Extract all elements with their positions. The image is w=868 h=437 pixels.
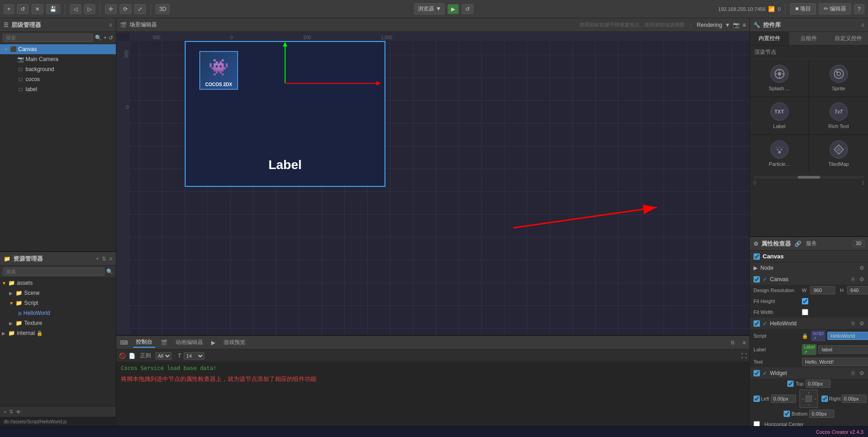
tab-cloud[interactable]: 云组件 [789,32,828,45]
refresh-button[interactable]: ↺ [17,4,29,14]
tab-preview[interactable]: 游戏预览 [221,338,248,347]
components-menu-icon[interactable]: ≡ [861,22,864,28]
service-tab[interactable]: 🔗 [795,241,801,247]
menu-icon[interactable]: ≡ [743,22,746,28]
hierarchy-menu-icon[interactable]: ≡ [109,22,112,28]
save-button[interactable]: 💾 [46,4,60,14]
helloworld-section-header[interactable]: ✓ HelloWorld ⎘ ⚙ [750,318,868,329]
top-input[interactable] [806,380,831,388]
comp-sprite[interactable]: Sprite [809,59,868,97]
project-button[interactable]: ■ 项目 [790,3,816,15]
asset-item-scene[interactable]: ▶ 📁 Scene [0,288,116,298]
hw-gear-icon[interactable]: ⚙ [859,320,864,327]
asset-menu-icon[interactable]: ≡ [109,256,112,262]
browser-button[interactable]: 浏览器 ▼ [414,3,445,15]
asset-item-internal[interactable]: ▶ 📁 internal 🔒 [0,328,116,338]
rendering-dropdown[interactable]: ▼ [725,22,730,28]
expand-icon[interactable]: ⛶ [741,353,747,359]
hw-section-checkbox[interactable] [754,320,760,327]
asset-search-input[interactable] [3,267,104,276]
tab-builtin[interactable]: 内置控件 [750,32,789,45]
fit-height-checkbox[interactable] [802,298,808,304]
tab-animation[interactable]: 动画编辑器 [173,338,206,347]
height-input[interactable] [847,286,868,294]
tab-console[interactable]: 控制台 [133,337,155,348]
comp-particle[interactable]: Particle... [750,135,809,172]
right-checkbox[interactable] [821,396,828,402]
horizontal-center-checkbox[interactable] [754,421,760,426]
canvas-copy-icon[interactable]: ⎘ [852,276,855,283]
hierarchy-item-cocos[interactable]: □ cocos [0,74,116,84]
play-button[interactable]: ▶ [447,4,459,14]
widget-gear-icon[interactable]: ⚙ [859,370,864,376]
tab-custom[interactable]: 自定义控件 [829,32,868,45]
clear-button[interactable]: 🚫 [119,353,126,359]
canvas-gear-icon[interactable]: ⚙ [859,276,864,283]
refresh-icon[interactable]: ↺ [109,35,113,41]
node-section-header[interactable]: ▶ Node ⚙ [750,262,868,273]
text-input[interactable] [802,358,868,366]
left-checkbox[interactable] [754,396,760,402]
comp-tiledmap[interactable]: TiledMap [809,135,868,172]
asset-item-script[interactable]: ▼ 📁 Script [0,298,116,308]
sort-icon[interactable]: ⇅ [9,409,13,415]
right-input[interactable] [842,395,867,403]
comp-rich-text[interactable]: TxT Rich Text [809,97,868,134]
comp-label[interactable]: TXT Label [750,97,809,134]
widget-copy-icon[interactable]: ⎘ [852,370,855,376]
asset-add-icon[interactable]: + [96,256,99,262]
font-size-select[interactable]: 14 [184,352,204,360]
eye-icon[interactable]: 👁 [16,409,21,415]
console-copy-icon[interactable]: ⎘ [731,339,734,346]
scale-tool[interactable]: ⤢ [134,4,146,14]
hw-copy-icon[interactable]: ⎘ [852,320,855,327]
left-input[interactable] [771,395,796,403]
hierarchy-search-input[interactable] [3,34,93,42]
script-input[interactable] [827,332,868,340]
editor-button[interactable]: ✏ 编辑器 [819,3,851,15]
hierarchy-item-label[interactable]: □ label [0,84,116,94]
3d-button[interactable]: 3D [156,4,170,14]
hierarchy-item-main-camera[interactable]: 📷 Main Camera [0,54,116,64]
search-icon[interactable]: 🔍 [95,35,102,41]
node-gear-icon[interactable]: ⚙ [859,265,864,271]
close-button[interactable]: ✕ [31,4,43,14]
canvas-section-checkbox[interactable] [754,276,760,283]
asset-sort-icon[interactable]: ⇅ [102,256,106,262]
scene-viewport[interactable]: 👾 COCOS 2DX Label [185,41,385,187]
rotate-tool[interactable]: ⟳ [120,4,131,14]
widget-section-header[interactable]: ✓ Widget ⎘ ⚙ [750,368,868,379]
asset-item-texture[interactable]: ▶ 📁 Texture [0,318,116,328]
bottom-checkbox[interactable] [784,411,790,417]
help-button[interactable]: ? [854,4,864,14]
hierarchy-item-background[interactable]: □ background [0,64,116,74]
fit-width-checkbox[interactable] [802,309,808,315]
redo-button[interactable]: ▷ [84,4,95,14]
undo-button[interactable]: ◁ [70,4,81,14]
console-message-1: Cocos Service load base data! [121,365,745,371]
add-icon[interactable]: + [104,35,107,41]
filter-button[interactable]: 📄 [129,353,135,359]
widget-section-checkbox[interactable] [754,370,760,376]
reload-button[interactable]: ↺ [462,4,473,14]
hierarchy-item-canvas[interactable]: ▼ ⬛ Canvas [0,44,116,54]
service-label[interactable]: 服务 [806,240,817,247]
asset-item-assets[interactable]: ▼ 📁 assets [0,278,116,288]
log-level-select[interactable]: All [156,352,172,360]
move-tool[interactable]: ✛ [105,4,117,14]
bottom-input[interactable] [809,410,834,418]
top-checkbox[interactable] [787,380,794,387]
camera-icon[interactable]: 📷 [733,22,740,28]
scene-canvas-area[interactable]: 500 0 500 1,000 500 0 👾 COCOS 2DX [116,32,749,335]
add-asset-icon[interactable]: + [4,409,6,415]
canvas-section-header[interactable]: ✓ Canvas ⎘ ⚙ [750,274,868,285]
new-button[interactable]: + [4,4,14,14]
comp-scroll-slider[interactable] [754,176,864,179]
comp-splash[interactable]: Splash ... [750,59,809,97]
asset-item-helloworld[interactable]: js HelloWorld [0,308,116,318]
asset-search-icon[interactable]: 🔍 [106,268,113,275]
console-menu-icon[interactable]: ≡ [743,339,746,346]
label-input[interactable] [818,345,868,354]
width-input[interactable] [810,286,835,294]
canvas-enabled-checkbox[interactable] [754,253,760,260]
